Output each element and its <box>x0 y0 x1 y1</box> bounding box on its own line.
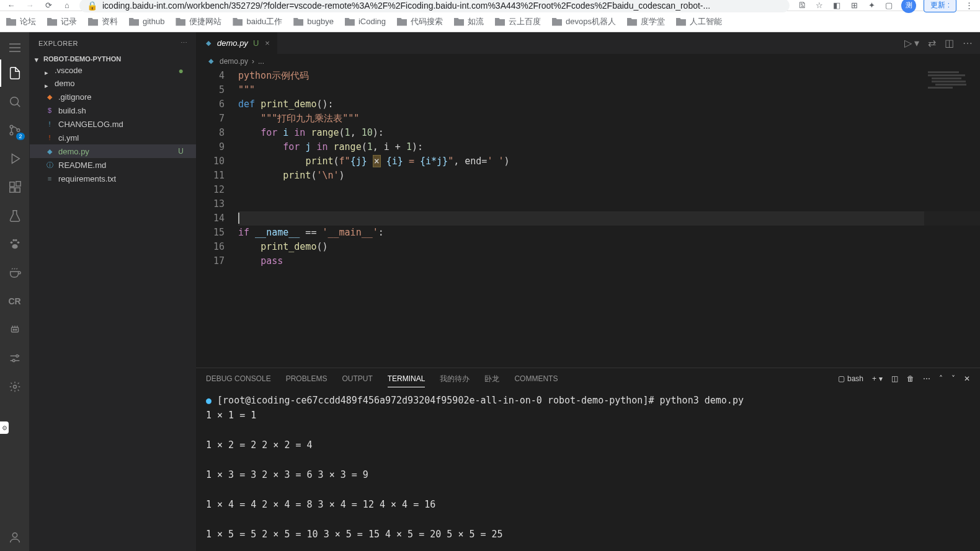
bookmark-item[interactable]: bugbye <box>293 17 334 26</box>
explorer-more-icon[interactable]: ⋯ <box>180 39 188 47</box>
svg-point-17 <box>12 359 15 362</box>
file-demo[interactable]: demo <box>30 77 196 90</box>
bookmark-item[interactable]: 资料 <box>88 16 118 27</box>
panel-tab-卧龙[interactable]: 卧龙 <box>484 370 499 388</box>
bookmark-item[interactable]: baidu工作 <box>233 16 282 27</box>
bookmark-label: 如流 <box>468 16 484 27</box>
svg-point-18 <box>13 386 16 389</box>
bookmark-item[interactable]: 记录 <box>47 16 77 27</box>
ext2-icon[interactable]: ⊞ <box>849 1 859 11</box>
panel-tab-comments[interactable]: COMMENTS <box>514 371 558 387</box>
gtranslate-icon[interactable]: 🖻 <box>797 1 807 11</box>
trash-icon[interactable]: 🗑 <box>907 374 914 383</box>
home-icon[interactable]: ⌂ <box>62 1 72 11</box>
bookmark-label: 资料 <box>102 16 118 27</box>
panel-up-icon[interactable]: ˄ <box>939 374 943 383</box>
bookmark-item[interactable]: 论坛 <box>6 16 36 27</box>
panel-tab-terminal[interactable]: TERMINAL <box>388 371 425 387</box>
panel-tab-debug-console[interactable]: DEBUG CONSOLE <box>206 371 271 387</box>
debug-icon[interactable] <box>0 145 30 172</box>
file-build-sh[interactable]: $build.sh <box>30 104 196 117</box>
shell-selector[interactable]: ▢ bash <box>838 374 863 383</box>
sliders-icon[interactable] <box>0 345 30 372</box>
file-README-md[interactable]: ⓘREADME.md <box>30 158 196 172</box>
breadcrumb-more: ... <box>258 57 264 66</box>
minimap[interactable] <box>924 69 980 368</box>
terminal-output[interactable]: ● [root@icoding-ce67ccdd489f456a972d9320… <box>196 389 980 551</box>
file--vscode[interactable]: .vscode● <box>30 64 196 77</box>
file-name: demo.py <box>58 147 89 156</box>
kebab-icon[interactable]: ⋮ <box>964 1 974 11</box>
panel-tab-problems[interactable]: PROBLEMS <box>286 371 327 387</box>
scm-icon[interactable]: 2 <box>0 117 30 144</box>
svg-point-12 <box>12 244 17 249</box>
url-bar[interactable]: 🔒 icoding.baidu-int.com/workbench/352729… <box>79 0 790 12</box>
close-icon[interactable]: × <box>265 38 270 48</box>
menu-icon[interactable] <box>0 37 30 58</box>
run-icon[interactable]: ▷ <box>904 37 912 49</box>
tab-label: demo.py <box>217 38 248 48</box>
split-terminal-icon[interactable]: ◫ <box>891 374 898 383</box>
paw-icon[interactable] <box>0 231 30 258</box>
bookmark-label: iCoding <box>359 17 386 26</box>
bookmark-item[interactable]: devops机器人 <box>552 16 616 27</box>
explorer-icon[interactable] <box>0 60 30 87</box>
bookmark-item[interactable]: github <box>129 17 164 26</box>
side-dock-toggle[interactable]: ⚙ <box>0 421 9 434</box>
panel-close-icon[interactable]: ✕ <box>964 374 970 383</box>
beaker-icon[interactable] <box>0 202 30 229</box>
bookmark-item[interactable]: 代码搜索 <box>397 16 443 27</box>
back-icon[interactable]: ← <box>6 1 16 11</box>
panel-tab-我的待办[interactable]: 我的待办 <box>440 370 470 388</box>
account-icon[interactable] <box>0 524 30 551</box>
chip-icon[interactable] <box>0 316 30 343</box>
star-icon[interactable]: ☆ <box>814 1 824 11</box>
cr-icon[interactable]: CR <box>0 288 30 315</box>
ext3-icon[interactable]: ▢ <box>884 1 894 11</box>
extensions-icon[interactable] <box>0 174 30 201</box>
bookmarks-bar: 论坛记录资料github便捷网站baidu工作bugbyeiCoding代码搜索… <box>0 11 980 32</box>
new-terminal-icon[interactable]: + <box>872 374 876 383</box>
code-area[interactable]: python示例代码"""def print_demo(): """打印九九乘法… <box>238 69 980 368</box>
workspace-root[interactable]: ROBOT-DEMO-PYTHON <box>30 54 196 64</box>
folder-icon <box>47 17 57 26</box>
split-icon[interactable]: ◫ <box>945 37 954 49</box>
bookmark-item[interactable]: 度学堂 <box>627 16 665 27</box>
panel-more-icon[interactable]: ⋯ <box>923 374 930 383</box>
puzzle-icon[interactable]: ✦ <box>866 1 876 11</box>
bookmark-item[interactable]: iCoding <box>345 17 386 26</box>
file-CHANGELOG-md[interactable]: !CHANGELOG.md <box>30 117 196 131</box>
file-name: build.sh <box>58 106 86 115</box>
search-icon[interactable] <box>0 88 30 115</box>
tab-demo-py[interactable]: ◆ demo.py U × <box>196 32 278 54</box>
bookmark-item[interactable]: 如流 <box>454 16 484 27</box>
ext1-icon[interactable]: ◧ <box>832 1 842 11</box>
folder-icon <box>176 17 185 26</box>
file-demo-py[interactable]: ◆demo.pyU <box>30 144 196 158</box>
update-button[interactable]: 更新 : <box>924 0 956 12</box>
reload-icon[interactable]: ⟳ <box>43 1 53 11</box>
panel-tab-output[interactable]: OUTPUT <box>342 371 372 387</box>
bookmark-item[interactable]: 云上百度 <box>495 16 541 27</box>
editor[interactable]: 4567891011121314151617 python示例代码"""def … <box>196 69 980 368</box>
bookmark-label: 论坛 <box>20 16 36 27</box>
profile-avatar[interactable]: 测 <box>901 0 916 13</box>
file--gitignore[interactable]: ◆.gitignore <box>30 90 196 104</box>
bookmark-item[interactable]: 人工智能 <box>676 16 722 27</box>
folder-icon <box>552 17 562 26</box>
run-chevron-icon[interactable]: ▾ <box>914 37 919 49</box>
file-ci-yml[interactable]: !ci.yml <box>30 131 196 144</box>
bookmark-label: devops机器人 <box>566 16 616 27</box>
python-icon: ◆ <box>206 56 216 66</box>
panel-down-icon[interactable]: ˅ <box>951 374 955 383</box>
more-icon[interactable]: ⋯ <box>963 37 973 49</box>
gear-bottom-icon[interactable] <box>0 373 30 400</box>
forward-icon[interactable]: → <box>25 1 35 11</box>
coffee-icon[interactable] <box>0 259 30 286</box>
terminal-chevron-icon[interactable]: ▾ <box>879 374 883 383</box>
diff-icon[interactable]: ⇄ <box>928 37 936 49</box>
bookmark-item[interactable]: 便捷网站 <box>176 16 221 27</box>
svg-point-16 <box>16 355 18 358</box>
breadcrumb[interactable]: ◆ demo.py › ... <box>196 54 980 69</box>
file-requirements-txt[interactable]: ≡requirements.txt <box>30 172 196 185</box>
